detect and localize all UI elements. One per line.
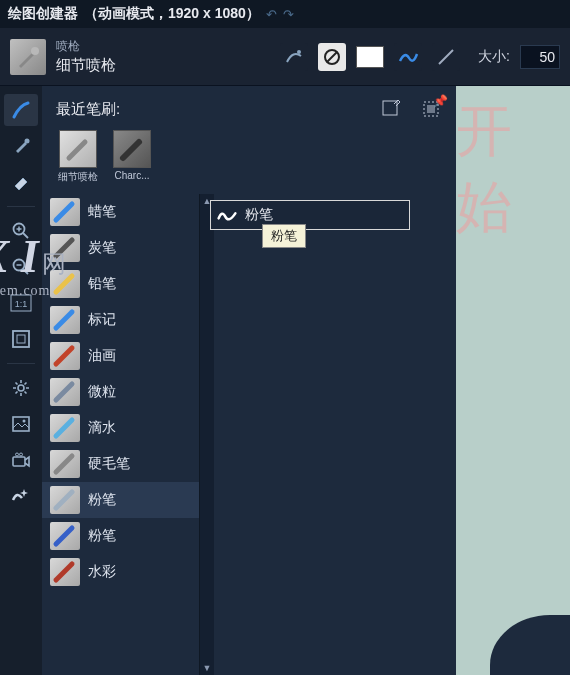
zoom-in-icon[interactable] (4, 215, 38, 247)
brush-category-name: 粉笔 (88, 527, 116, 545)
brush-thumb-icon (50, 306, 80, 334)
brush-category-name: 炭笔 (88, 239, 116, 257)
tool-label-group: 喷枪 细节喷枪 (56, 39, 116, 74)
svg-rect-20 (13, 457, 25, 466)
fit-screen-icon[interactable] (4, 323, 38, 355)
brush-thumb-icon (50, 450, 80, 478)
app-title: 绘图创建器 (8, 5, 78, 23)
svg-line-3 (327, 52, 337, 62)
sidebar: 1:1 (0, 86, 42, 675)
titlebar: 绘图创建器 （动画模式，1920 x 1080） ↶ ↷ (0, 0, 570, 28)
app-mode: （动画模式，1920 x 1080） (84, 5, 260, 23)
effects-icon[interactable] (4, 480, 38, 512)
recent-brush-item[interactable]: Charc... (110, 130, 154, 184)
brush-hover-preview[interactable]: 粉笔 (210, 200, 410, 230)
image-icon[interactable] (4, 408, 38, 440)
svg-text:1:1: 1:1 (15, 299, 28, 309)
svg-point-19 (23, 420, 26, 423)
brush-thumb-icon (50, 270, 80, 298)
size-label: 大小: (478, 48, 510, 66)
size-input[interactable] (520, 45, 560, 69)
stroke-style-icon[interactable] (394, 43, 422, 71)
brush-category-name: 滴水 (88, 419, 116, 437)
canvas-placeholder-text: 开始 (456, 94, 570, 246)
svg-line-4 (439, 50, 453, 64)
tooltip: 粉笔 (262, 224, 306, 248)
edit-brush-icon[interactable] (380, 98, 402, 120)
brush-thumb-icon (50, 234, 80, 262)
svg-rect-15 (13, 331, 29, 347)
brush-category-row[interactable]: 硬毛笔 (42, 446, 199, 482)
svg-line-11 (23, 269, 28, 274)
brush-category-name: 微粒 (88, 383, 116, 401)
brush-category-name: 硬毛笔 (88, 455, 130, 473)
svg-point-0 (31, 47, 39, 55)
svg-line-7 (23, 233, 28, 238)
brush-panel: 📌 最近笔刷: 细节喷枪 Charc... (42, 86, 456, 675)
tool-category: 喷枪 (56, 39, 116, 55)
brush-thumb-icon (50, 486, 80, 514)
brush-category-name: 水彩 (88, 563, 116, 581)
svg-rect-18 (13, 417, 29, 431)
brush-category-list: 蜡笔 炭笔 铅笔 标记 油画 (42, 194, 200, 675)
toolbar: 喷枪 细节喷枪 大小: (0, 28, 570, 86)
svg-point-21 (16, 453, 19, 456)
actual-size-icon[interactable]: 1:1 (4, 287, 38, 319)
brush-thumb-icon (50, 378, 80, 406)
brush-category-name: 标记 (88, 311, 116, 329)
recent-brushes-title: 最近笔刷: (56, 100, 120, 119)
recent-brush-label: Charc... (114, 170, 149, 181)
brush-category-row[interactable]: 粉笔 (42, 518, 199, 554)
brush-thumb-icon (50, 414, 80, 442)
redo-arrow-icon[interactable]: ↷ (283, 7, 294, 22)
brush-thumb-icon (50, 558, 80, 586)
eyedropper-icon[interactable] (4, 130, 38, 162)
brush-category-row[interactable]: 粉笔 (42, 482, 199, 518)
brush-hover-label: 粉笔 (245, 206, 273, 224)
zoom-out-icon[interactable] (4, 251, 38, 283)
brush-thumb-icon (50, 198, 80, 226)
brush-category-name: 铅笔 (88, 275, 116, 293)
brush-category-row[interactable]: 蜡笔 (42, 194, 199, 230)
svg-point-1 (297, 50, 301, 54)
recent-brushes-row: 细节喷枪 Charc... (42, 130, 456, 194)
svg-point-5 (25, 139, 30, 144)
settings-icon[interactable] (4, 372, 38, 404)
brush-preview-pane: 粉笔 粉笔 (200, 194, 456, 675)
brush-category-row[interactable]: 水彩 (42, 554, 199, 590)
brush-thumb-icon (50, 342, 80, 370)
camera-icon[interactable] (4, 444, 38, 476)
brush-category-row[interactable]: 铅笔 (42, 266, 199, 302)
brush-category-row[interactable]: 滴水 (42, 410, 199, 446)
tool-name: 细节喷枪 (56, 55, 116, 75)
canvas[interactable]: 开始 (456, 86, 570, 675)
brush-category-row[interactable]: 标记 (42, 302, 199, 338)
no-symbol-icon[interactable] (318, 43, 346, 71)
brush-tool-icon[interactable] (4, 94, 38, 126)
brush-category-row[interactable]: 炭笔 (42, 230, 199, 266)
svg-point-17 (18, 385, 24, 391)
line-tool-icon[interactable] (432, 43, 460, 71)
eraser-icon[interactable] (4, 166, 38, 198)
brush-thumb-icon (50, 522, 80, 550)
brush-category-name: 粉笔 (88, 491, 116, 509)
svg-point-22 (20, 453, 23, 456)
color-swatch[interactable] (356, 46, 384, 68)
brush-category-row[interactable]: 油画 (42, 338, 199, 374)
brush-category-name: 蜡笔 (88, 203, 116, 221)
undo-arrow-icon[interactable]: ↶ (266, 7, 277, 22)
brush-category-row[interactable]: 微粒 (42, 374, 199, 410)
svg-rect-16 (17, 335, 25, 343)
brush-category-name: 油画 (88, 347, 116, 365)
current-tool-icon[interactable] (10, 39, 46, 75)
recent-brush-item[interactable]: 细节喷枪 (56, 130, 100, 184)
canvas-corner-decoration (490, 615, 570, 675)
recent-brush-label: 细节喷枪 (58, 170, 98, 184)
pin-icon[interactable]: 📌 (433, 94, 448, 108)
brush-toggle-icon[interactable] (280, 43, 308, 71)
